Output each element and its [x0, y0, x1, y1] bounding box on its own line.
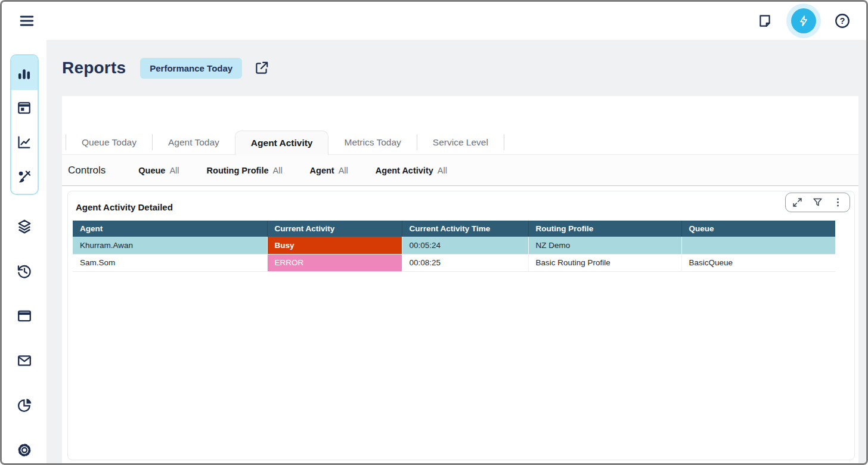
cell-agent: Khurram.Awan: [73, 237, 267, 254]
card-toolbar: [785, 193, 850, 212]
bar-chart-icon: [16, 65, 32, 81]
report-title: Agent Activity Detailed: [76, 202, 854, 212]
table-row[interactable]: Khurram.Awan Busy 00:05:24 NZ Demo: [73, 237, 835, 254]
col-header-queue[interactable]: Queue: [681, 221, 835, 237]
filter-queue[interactable]: QueueAll: [138, 165, 179, 176]
sidebar-item-layers[interactable]: [16, 218, 33, 235]
table-row[interactable]: Sam.Som ERROR 00:08:25 Basic Routing Pro…: [73, 254, 835, 271]
sidebar-item-pie-chart[interactable]: [16, 397, 33, 414]
mail-icon: [16, 352, 33, 369]
sidebar-item-calendar[interactable]: [11, 90, 38, 125]
help-icon: ?: [834, 13, 851, 29]
report-panel: Queue Today Agent Today Agent Activity M…: [62, 96, 858, 463]
card-zone: Agent Activity Detailed Agent Current Ac…: [62, 186, 858, 463]
cell-current-activity-time: 00:05:24: [402, 237, 528, 254]
tab-metrics-today[interactable]: Metrics Today: [328, 131, 416, 154]
hamburger-menu-button[interactable]: [15, 9, 39, 33]
filter-label: Routing Profile: [207, 166, 269, 175]
sidebar: [2, 40, 46, 463]
notes-button[interactable]: [753, 9, 777, 33]
cell-agent: Sam.Som: [73, 254, 267, 271]
tab-bar: Queue Today Agent Today Agent Activity M…: [62, 96, 858, 155]
filter-button[interactable]: [812, 197, 823, 208]
expand-button[interactable]: [792, 197, 803, 208]
quick-actions-button[interactable]: [791, 8, 816, 33]
lightning-icon: [797, 14, 810, 27]
sidebar-secondary-group: [16, 218, 33, 458]
history-icon: [16, 263, 33, 280]
note-icon: [757, 13, 773, 29]
page-title: Reports: [62, 58, 126, 78]
brush-icon: [16, 169, 32, 185]
gear-icon: [16, 442, 33, 458]
dashboard-badge: Performance Today: [140, 58, 242, 79]
filter-value: All: [169, 166, 179, 175]
layers-icon: [16, 218, 33, 235]
sidebar-reports-group: [10, 54, 39, 195]
app-window: ?: [0, 0, 868, 465]
svg-text:?: ?: [840, 16, 845, 26]
quick-actions-halo: [786, 4, 821, 38]
report-card: Agent Activity Detailed Agent Current Ac…: [67, 191, 855, 460]
cell-queue: [681, 237, 835, 254]
cell-routing-profile: Basic Routing Profile: [528, 254, 681, 271]
sidebar-item-design[interactable]: [11, 159, 38, 194]
sidebar-item-line-chart[interactable]: [11, 125, 38, 159]
content-area: Reports Performance Today Queue Today Ag…: [46, 40, 866, 463]
page-header: Reports Performance Today: [46, 40, 858, 96]
cell-current-activity: Busy: [267, 237, 402, 254]
filter-value: All: [339, 166, 348, 175]
funnel-icon: [812, 197, 823, 208]
agent-activity-table: Agent Current Activity Current Activity …: [73, 221, 835, 272]
filter-label: Queue: [138, 166, 165, 175]
kebab-icon: [832, 197, 844, 208]
pie-chart-icon: [16, 397, 33, 414]
filter-value: All: [272, 166, 282, 175]
tab-agent-activity[interactable]: Agent Activity: [235, 131, 329, 155]
tab-agent-today[interactable]: Agent Today: [153, 131, 235, 154]
col-header-current-activity-time[interactable]: Current Activity Time: [402, 221, 528, 237]
controls-bar: Controls QueueAll Routing ProfileAll Age…: [62, 155, 858, 186]
cell-queue: BasicQueue: [681, 254, 835, 271]
top-bar: ?: [2, 2, 866, 40]
line-chart-icon: [16, 134, 32, 150]
sidebar-item-bar-chart[interactable]: [11, 55, 38, 90]
external-link-icon: [254, 60, 269, 76]
cell-current-activity-time: 00:08:25: [402, 254, 528, 271]
col-header-current-activity[interactable]: Current Activity: [267, 221, 402, 237]
cell-routing-profile: NZ Demo: [528, 237, 681, 254]
calendar-icon: [16, 100, 32, 116]
controls-label[interactable]: Controls: [68, 165, 106, 176]
tab-separator: [504, 134, 504, 150]
expand-icon: [792, 197, 803, 208]
filter-label: Agent: [310, 166, 334, 175]
col-header-routing-profile[interactable]: Routing Profile: [528, 221, 681, 237]
filter-routing-profile[interactable]: Routing ProfileAll: [207, 165, 283, 176]
tab-service-level[interactable]: Service Level: [417, 131, 504, 154]
table-header-row: Agent Current Activity Current Activity …: [73, 221, 835, 237]
col-header-agent[interactable]: Agent: [73, 221, 267, 237]
cell-current-activity: ERROR: [267, 254, 402, 271]
filter-agent[interactable]: AgentAll: [310, 165, 348, 176]
sidebar-item-mail[interactable]: [16, 352, 33, 369]
window-icon: [16, 308, 33, 324]
filter-value: All: [438, 166, 447, 175]
hamburger-icon: [18, 13, 35, 29]
filter-agent-activity[interactable]: Agent ActivityAll: [376, 165, 447, 176]
tab-queue-today[interactable]: Queue Today: [66, 131, 152, 154]
sidebar-item-window[interactable]: [16, 308, 33, 324]
filter-label: Agent Activity: [376, 166, 433, 175]
more-options-button[interactable]: [832, 197, 844, 208]
main-area: Reports Performance Today Queue Today Ag…: [2, 40, 866, 463]
open-external-button[interactable]: [254, 60, 269, 76]
help-button[interactable]: ?: [830, 9, 854, 33]
sidebar-item-history[interactable]: [16, 263, 33, 280]
sidebar-item-settings[interactable]: [16, 442, 33, 458]
